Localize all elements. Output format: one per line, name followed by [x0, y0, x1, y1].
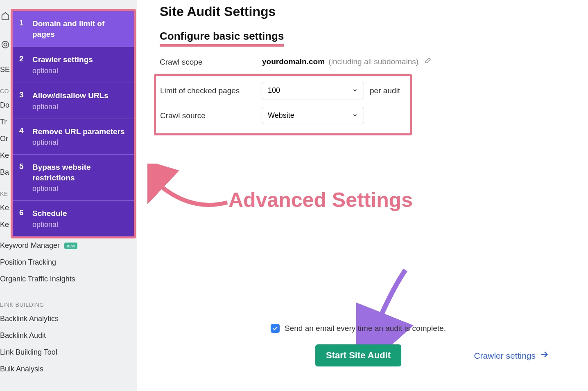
- email-checkbox-label: Send an email every time an audit is com…: [285, 324, 446, 333]
- nav-keyword-manager[interactable]: Keyword Manager new: [0, 237, 77, 254]
- wizard-steps-panel: 1 Domain and limit of pages 2 Crawler se…: [11, 9, 136, 238]
- annotation-advanced-settings: Advanced Settings: [228, 188, 413, 212]
- page-title: Site Audit Settings: [160, 4, 573, 19]
- step-title: Schedule: [32, 208, 127, 219]
- nav-position-tracking[interactable]: Position Tracking: [0, 254, 77, 271]
- step-title: Domain and limit of pages: [32, 18, 127, 39]
- wizard-step-bypass-restrictions[interactable]: 5 Bypass website restrictions optional: [13, 155, 134, 201]
- step-subtitle: optional: [32, 138, 127, 147]
- wizard-step-remove-params[interactable]: 4 Remove URL parameters optional: [13, 119, 134, 155]
- nav-label: Keyword Manager: [0, 241, 60, 249]
- wizard-step-schedule[interactable]: 6 Schedule optional: [13, 201, 134, 236]
- step-number: 3: [19, 90, 32, 111]
- settings-highlight-box: Limit of checked pages 100 per audit Cra…: [154, 74, 412, 135]
- crawl-source-select[interactable]: Website: [262, 107, 364, 124]
- bg-nav-fragment: Or: [0, 130, 10, 147]
- bg-nav-fragment: KE: [0, 185, 10, 200]
- nav-link-building-tool[interactable]: Link Building Tool: [0, 344, 77, 361]
- annotation-arrow-icon: [147, 164, 233, 217]
- nav-backlink-analytics[interactable]: Backlink Analytics: [0, 310, 77, 327]
- target-icon: [1, 40, 10, 51]
- email-notification-row: Send an email every time an audit is com…: [160, 324, 557, 333]
- next-crawler-settings-link[interactable]: Crawler settings: [474, 350, 549, 361]
- step-subtitle: optional: [32, 67, 127, 75]
- crawl-source-label: Crawl source: [160, 111, 262, 120]
- bg-nav-fragment: SE: [0, 61, 10, 78]
- bg-nav-fragment: Ke: [0, 200, 10, 216]
- step-title: Remove URL parameters: [32, 126, 127, 137]
- bg-nav-fragment: Tr: [0, 114, 10, 130]
- step-number: 1: [19, 18, 32, 39]
- limit-pages-select[interactable]: 100: [262, 82, 364, 99]
- crawl-scope-domain: yourdomain.com: [262, 57, 325, 66]
- chevron-down-icon: [352, 111, 358, 120]
- svg-point-1: [4, 43, 7, 46]
- limit-pages-label: Limit of checked pages: [160, 86, 262, 95]
- limit-pages-row: Limit of checked pages 100 per audit: [160, 82, 406, 99]
- home-icon: [1, 11, 10, 22]
- bg-nav-fragment: Do: [0, 97, 10, 114]
- arrow-right-icon: [540, 350, 549, 361]
- bg-nav-fragment: Ke: [0, 147, 10, 164]
- start-site-audit-button[interactable]: Start Site Audit: [315, 344, 401, 366]
- next-link-label: Crawler settings: [474, 351, 536, 360]
- email-checkbox[interactable]: [271, 324, 280, 333]
- nav-organic-insights[interactable]: Organic Traffic Insights: [0, 271, 77, 288]
- svg-point-0: [2, 41, 9, 48]
- wizard-step-crawler-settings[interactable]: 2 Crawler settings optional: [13, 47, 134, 83]
- crawl-scope-suffix: (including all subdomains): [328, 57, 418, 66]
- step-title: Crawler settings: [32, 54, 127, 65]
- chevron-down-icon: [352, 86, 358, 95]
- subsection-title: Configure basic settings: [160, 30, 284, 43]
- step-title: Bypass website restrictions: [32, 162, 127, 183]
- bg-nav-fragment: Ke: [0, 216, 10, 233]
- bg-nav-fragment: Ba: [0, 164, 10, 181]
- nav-section-link-building: LINK BUILDING: [0, 296, 77, 310]
- crawl-scope-row: Crawl scope yourdomain.com (including al…: [160, 57, 573, 67]
- main-content: Site Audit Settings Configure basic sett…: [160, 4, 573, 135]
- crawl-source-value: Website: [268, 111, 294, 119]
- footer-actions: Send an email every time an audit is com…: [160, 324, 557, 366]
- step-number: 6: [19, 208, 32, 229]
- limit-pages-value: 100: [268, 86, 280, 94]
- step-number: 4: [19, 126, 32, 147]
- wizard-step-allow-disallow[interactable]: 3 Allow/disallow URLs optional: [13, 83, 134, 119]
- step-subtitle: optional: [32, 184, 127, 193]
- step-number: 2: [19, 54, 32, 75]
- limit-pages-suffix: per audit: [370, 86, 400, 95]
- step-subtitle: optional: [32, 220, 127, 229]
- step-number: 5: [19, 162, 32, 193]
- edit-icon[interactable]: [424, 57, 431, 67]
- new-badge: new: [64, 243, 77, 249]
- step-subtitle: optional: [32, 103, 127, 111]
- nav-bulk-analysis[interactable]: Bulk Analysis: [0, 361, 77, 378]
- bg-nav-fragment: CO: [0, 82, 10, 97]
- nav-backlink-audit[interactable]: Backlink Audit: [0, 327, 77, 344]
- crawl-scope-label: Crawl scope: [160, 58, 262, 67]
- crawl-source-row: Crawl source Website: [160, 107, 406, 124]
- wizard-step-domain-limit[interactable]: 1 Domain and limit of pages: [13, 11, 134, 47]
- crawl-scope-value: yourdomain.com (including all subdomains…: [262, 57, 431, 67]
- step-title: Allow/disallow URLs: [32, 90, 127, 101]
